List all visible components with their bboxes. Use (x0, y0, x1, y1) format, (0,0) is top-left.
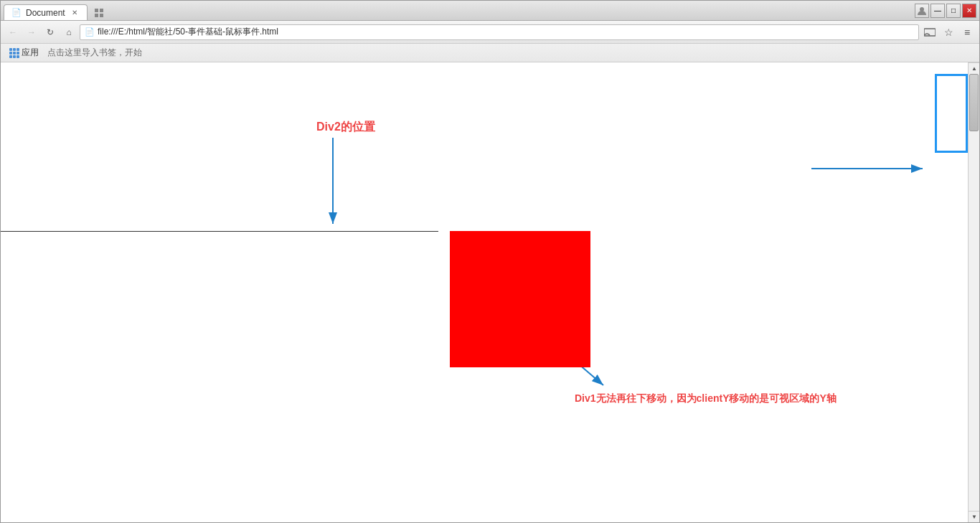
scrollbar-thumb[interactable] (969, 74, 979, 131)
svg-rect-0 (95, 9, 98, 12)
window-controls: — □ ✕ (915, 4, 976, 18)
svg-rect-3 (100, 14, 103, 17)
apps-button[interactable]: 应用 (6, 45, 42, 60)
active-tab[interactable]: 📄 Document ✕ (4, 4, 88, 20)
blue-box-indicator (935, 74, 968, 153)
scroll-down-arrow[interactable]: ▼ (969, 511, 979, 522)
bookmarks-bar: 应用 点击这里导入书签，开始 (1, 44, 979, 62)
bookmark-import-text: 点击这里导入书签，开始 (47, 47, 142, 59)
div2-horizontal-line (1, 231, 438, 232)
address-input[interactable] (98, 27, 914, 37)
apps-icon (9, 48, 19, 58)
reload-button[interactable]: ↻ (42, 24, 58, 40)
tab-title: Document (26, 8, 65, 18)
vertical-scrollbar[interactable]: ▲ ▼ (968, 62, 979, 522)
svg-rect-1 (100, 9, 103, 12)
cast-button[interactable] (922, 24, 938, 40)
minimize-button[interactable]: — (930, 4, 945, 18)
close-button[interactable]: ✕ (962, 4, 976, 18)
tab-close-button[interactable]: ✕ (70, 8, 80, 18)
page-content: Div2的位置 Div1无法再往下移动，因为clientY移动的是可视区域的Y轴… (1, 62, 979, 522)
title-bar: 📄 Document ✕ — □ ✕ (1, 1, 979, 21)
home-button[interactable]: ⌂ (61, 24, 77, 40)
browser-window: 📄 Document ✕ — □ ✕ ← → ↻ ⌂ 📄 (0, 0, 980, 523)
navigation-toolbar: ← → ↻ ⌂ 📄 ☆ ≡ (1, 21, 979, 44)
scrollbar-track[interactable] (969, 74, 979, 511)
back-button[interactable]: ← (5, 24, 21, 40)
new-tab-button[interactable] (90, 6, 108, 20)
maximize-button[interactable]: □ (946, 4, 961, 18)
div1-explanation-label: Div1无法再往下移动，因为clientY移动的是可视区域的Y轴 (575, 392, 837, 405)
svg-rect-2 (95, 14, 98, 17)
forward-button[interactable]: → (24, 24, 39, 40)
bookmark-button[interactable]: ☆ (941, 24, 956, 40)
menu-button[interactable]: ≡ (959, 24, 975, 40)
apps-label: 应用 (22, 47, 39, 59)
profile-button[interactable] (915, 4, 929, 18)
tab-area: 📄 Document ✕ (4, 1, 915, 20)
div1-red-box[interactable] (450, 231, 590, 367)
toolbar-right: ☆ ≡ (922, 24, 975, 40)
address-bar[interactable]: 📄 (80, 24, 919, 40)
scroll-up-arrow[interactable]: ▲ (969, 62, 979, 74)
div2-position-label: Div2的位置 (316, 120, 375, 135)
